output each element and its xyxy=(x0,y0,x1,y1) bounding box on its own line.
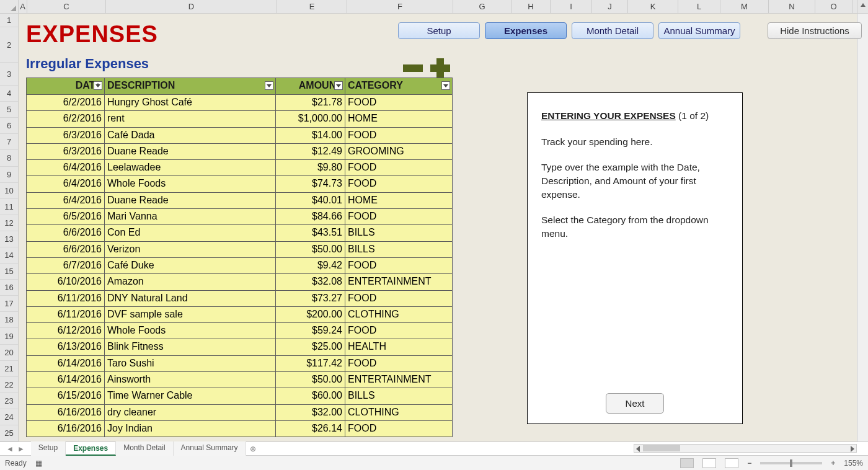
cell-date[interactable]: 6/3/2016 xyxy=(27,143,105,159)
table-row[interactable]: 6/2/2016rent$1,000.00HOME xyxy=(27,110,452,126)
cell-description[interactable]: Café Duke xyxy=(105,257,276,273)
column-header[interactable]: D xyxy=(106,0,277,13)
cell-category[interactable]: ENTERTAINMENT xyxy=(345,371,452,388)
cell-description[interactable]: Amazon xyxy=(105,273,276,290)
table-row[interactable]: 6/4/2016Whole Foods$74.73FOOD xyxy=(27,175,452,192)
cell-description[interactable]: Time Warner Cable xyxy=(105,388,276,404)
row-header[interactable]: 6 xyxy=(0,118,18,134)
column-header[interactable]: C xyxy=(27,0,106,13)
column-header[interactable]: K xyxy=(628,0,678,13)
table-row[interactable]: 6/6/2016Verizon$50.00BILLS xyxy=(27,241,452,257)
cell-category[interactable]: CLOTHING xyxy=(345,306,452,322)
table-row[interactable]: 6/14/2016Taro Sushi$117.42FOOD xyxy=(27,355,452,371)
row-header[interactable]: 9 xyxy=(0,167,18,183)
sheet-tab[interactable]: Month Detail xyxy=(116,441,173,456)
cell-amount[interactable]: $9.80 xyxy=(276,159,345,175)
table-row[interactable]: 6/11/2016DNY Natural Land$73.27FOOD xyxy=(27,290,452,306)
cell-amount[interactable]: $21.78 xyxy=(276,94,345,110)
cell-date[interactable]: 6/16/2016 xyxy=(27,420,105,437)
cell-amount[interactable]: $43.51 xyxy=(276,224,345,241)
cell-amount[interactable]: $25.00 xyxy=(276,339,345,355)
cell-category[interactable]: CLOTHING xyxy=(345,404,452,420)
column-header[interactable]: F xyxy=(347,0,453,13)
cell-amount[interactable]: $60.00 xyxy=(276,388,345,404)
cell-date[interactable]: 6/13/2016 xyxy=(27,339,105,355)
cell-date[interactable]: 6/2/2016 xyxy=(27,110,105,126)
column-header[interactable]: O xyxy=(815,0,852,13)
cell-description[interactable]: Duane Reade xyxy=(105,192,276,208)
next-button[interactable]: Next xyxy=(606,393,664,414)
row-header[interactable]: 22 xyxy=(0,377,18,393)
table-row[interactable]: 6/5/2016Mari Vanna$84.66FOOD xyxy=(27,208,452,224)
row-header[interactable]: 25 xyxy=(0,425,18,441)
col-category-header[interactable]: CATEGORY xyxy=(345,78,452,94)
view-layout-button[interactable] xyxy=(702,458,716,468)
cell-amount[interactable]: $84.66 xyxy=(276,208,345,224)
cell-category[interactable]: FOOD xyxy=(345,257,452,273)
col-date-header[interactable]: DATE xyxy=(27,78,105,94)
cell-category[interactable]: FOOD xyxy=(345,127,452,143)
col-desc-header[interactable]: DESCRIPTION xyxy=(105,78,276,94)
row-header[interactable]: 16 xyxy=(0,280,18,296)
table-row[interactable]: 6/14/2016Ainsworth$50.00ENTERTAINMENT xyxy=(27,371,452,388)
hide-instructions-button[interactable]: Hide Instructions xyxy=(768,22,862,39)
cell-category[interactable]: ENTERTAINMENT xyxy=(345,273,452,290)
sheet-tab[interactable]: Setup xyxy=(31,441,66,456)
row-header[interactable]: 11 xyxy=(0,199,18,215)
cell-category[interactable]: FOOD xyxy=(345,420,452,437)
table-row[interactable]: 6/10/2016Amazon$32.08ENTERTAINMENT xyxy=(27,273,452,290)
zoom-in-button[interactable]: + xyxy=(831,459,835,468)
sheet-tab[interactable]: Expenses xyxy=(66,441,116,456)
row-header[interactable]: 8 xyxy=(0,150,18,166)
row-header[interactable]: 18 xyxy=(0,312,18,328)
cell-description[interactable]: rent xyxy=(105,110,276,126)
cell-date[interactable]: 6/11/2016 xyxy=(27,306,105,322)
cell-date[interactable]: 6/3/2016 xyxy=(27,127,105,143)
row-header[interactable]: 21 xyxy=(0,361,18,377)
table-row[interactable]: 6/16/2016dry cleaner$32.00CLOTHING xyxy=(27,404,452,420)
cell-date[interactable]: 6/6/2016 xyxy=(27,241,105,257)
column-header[interactable]: N xyxy=(769,0,815,13)
cell-amount[interactable]: $59.24 xyxy=(276,322,345,339)
table-row[interactable]: 6/11/2016DVF sample sale$200.00CLOTHING xyxy=(27,306,452,322)
cell-description[interactable]: Taro Sushi xyxy=(105,355,276,371)
cell-amount[interactable]: $117.42 xyxy=(276,355,345,371)
cell-amount[interactable]: $32.00 xyxy=(276,404,345,420)
cell-amount[interactable]: $1,000.00 xyxy=(276,110,345,126)
row-header[interactable]: 7 xyxy=(0,134,18,150)
table-row[interactable]: 6/16/2016Joy Indian$26.14FOOD xyxy=(27,420,452,437)
cell-category[interactable]: FOOD xyxy=(345,208,452,224)
row-header[interactable]: 20 xyxy=(0,345,18,361)
row-header[interactable]: 2 xyxy=(0,27,18,63)
cell-description[interactable]: Mari Vanna xyxy=(105,208,276,224)
nav-expenses-button[interactable]: Expenses xyxy=(485,22,567,39)
cell-date[interactable]: 6/4/2016 xyxy=(27,175,105,192)
filter-icon[interactable] xyxy=(441,81,450,90)
cell-amount[interactable]: $74.73 xyxy=(276,175,345,192)
cell-amount[interactable]: $40.01 xyxy=(276,192,345,208)
cell-amount[interactable]: $200.00 xyxy=(276,306,345,322)
column-header[interactable]: G xyxy=(453,0,512,13)
view-normal-button[interactable] xyxy=(680,458,694,468)
cell-date[interactable]: 6/14/2016 xyxy=(27,355,105,371)
cell-date[interactable]: 6/12/2016 xyxy=(27,322,105,339)
column-header[interactable]: I xyxy=(551,0,592,13)
cell-amount[interactable]: $73.27 xyxy=(276,290,345,306)
table-row[interactable]: 6/13/2016Blink Fitness$25.00HEALTH xyxy=(27,339,452,355)
cell-category[interactable]: BILLS xyxy=(345,224,452,241)
cell-amount[interactable]: $32.08 xyxy=(276,273,345,290)
cell-category[interactable]: HOME xyxy=(345,192,452,208)
cell-date[interactable]: 6/5/2016 xyxy=(27,208,105,224)
cell-date[interactable]: 6/10/2016 xyxy=(27,273,105,290)
view-break-button[interactable] xyxy=(725,458,738,468)
macro-record-icon[interactable]: ▦ xyxy=(35,459,42,468)
table-row[interactable]: 6/3/2016Duane Reade$12.49GROOMING xyxy=(27,143,452,159)
filter-icon[interactable] xyxy=(94,81,102,90)
nav-annual-button[interactable]: Annual Summary xyxy=(658,22,740,39)
row-header[interactable]: 1 xyxy=(0,14,18,27)
cell-amount[interactable]: $50.00 xyxy=(276,241,345,257)
cell-description[interactable]: Blink Fitness xyxy=(105,339,276,355)
vertical-scrollbar[interactable] xyxy=(857,14,868,441)
horizontal-scrollbar[interactable] xyxy=(634,444,857,453)
cell-description[interactable]: Whole Foods xyxy=(105,175,276,192)
